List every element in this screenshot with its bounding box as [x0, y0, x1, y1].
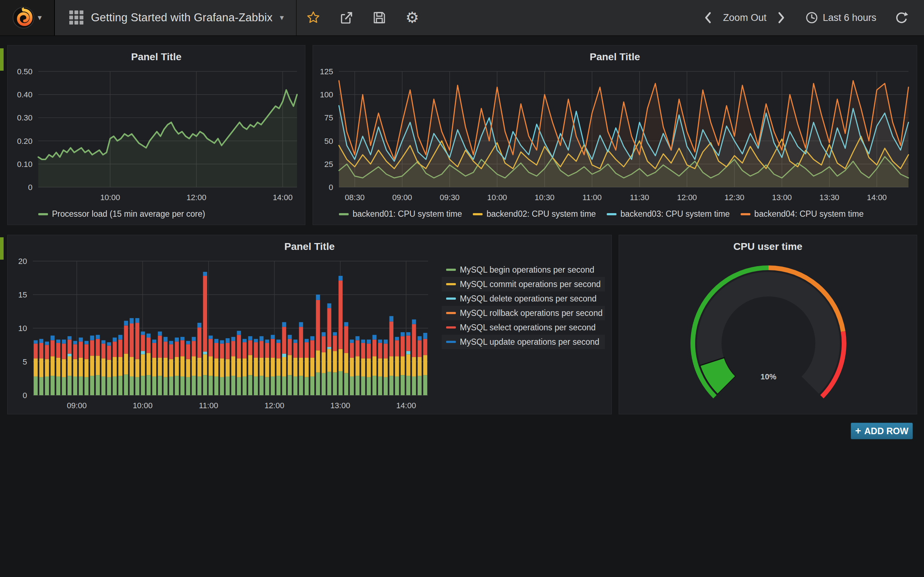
series-color-dash [741, 213, 750, 215]
svg-text:10: 10 [18, 324, 27, 333]
svg-text:0: 0 [28, 183, 32, 192]
share-button[interactable] [330, 0, 363, 35]
time-controls: Zoom Out Last 6 hours [701, 8, 924, 27]
legend-item[interactable]: MySQL update operations per second [442, 335, 605, 349]
svg-text:0.50: 0.50 [17, 67, 32, 76]
series-color-dash [446, 341, 456, 343]
add-row-label: ADD ROW [864, 426, 908, 436]
svg-text:0.20: 0.20 [17, 137, 32, 146]
dashboard-title-button[interactable]: Getting Started with Grafana-Zabbix ▾ [55, 0, 297, 35]
save-icon [373, 11, 386, 24]
refresh-button[interactable] [892, 8, 911, 27]
svg-text:11:30: 11:30 [630, 193, 649, 202]
svg-text:09:30: 09:30 [439, 193, 459, 202]
svg-text:09:00: 09:00 [67, 401, 87, 410]
svg-text:14:00: 14:00 [867, 193, 887, 202]
row-menu-handle[interactable] [0, 48, 3, 71]
panel-cpu-system-time: Panel Title 08:3009:0009:3010:0010:3011:… [313, 45, 917, 225]
svg-text:20: 20 [18, 257, 27, 266]
svg-text:25: 25 [325, 160, 333, 169]
svg-text:12:00: 12:00 [677, 193, 697, 202]
settings-button[interactable]: ⚙ [396, 0, 429, 35]
cpu-system-time-chart[interactable]: 08:3009:0009:3010:0010:3011:0011:3012:00… [313, 45, 917, 225]
grafana-logo-button[interactable]: ▾ [0, 0, 55, 35]
legend-item[interactable]: backend03: CPU system time [607, 209, 730, 219]
series-label: backend03: CPU system time [620, 209, 730, 219]
navbar: ▾ Getting Started with Grafana-Zabbix ▾ [0, 0, 924, 36]
series-color-dash [446, 283, 456, 285]
legend-item[interactable]: backend04: CPU system time [741, 209, 864, 219]
panel-title[interactable]: Panel Title [8, 51, 305, 63]
processor-load-chart[interactable]: 10:0012:0014:0000.100.200.300.400.50 [8, 45, 305, 225]
save-button[interactable] [363, 0, 396, 35]
series-color-dash [607, 213, 617, 215]
panel-title[interactable]: Panel Title [313, 51, 917, 63]
svg-text:12:00: 12:00 [187, 193, 207, 202]
time-shift-forward-button[interactable] [774, 8, 788, 27]
series-label: Processor load (15 min average per core) [52, 209, 205, 219]
clock-icon [805, 11, 818, 24]
legend-item[interactable]: backend02: CPU system time [473, 209, 596, 219]
svg-text:10:30: 10:30 [535, 193, 554, 202]
series-color-dash [38, 213, 48, 215]
zoom-out-label: Zoom Out [723, 12, 766, 23]
legend-item[interactable]: MySQL select operations per second [442, 320, 605, 335]
share-icon [340, 11, 353, 24]
add-row-button[interactable]: + ADD ROW [851, 423, 913, 439]
row-menu-handle[interactable] [0, 237, 3, 259]
series-label: backend02: CPU system time [486, 209, 596, 219]
time-shift-back-button[interactable] [701, 8, 715, 27]
panel-legend: backend01: CPU system timebackend02: CPU… [339, 209, 864, 219]
svg-text:11:00: 11:00 [199, 401, 218, 410]
svg-text:12:30: 12:30 [724, 193, 744, 202]
svg-text:13:00: 13:00 [772, 193, 792, 202]
grafana-logo-icon [12, 6, 35, 29]
plus-icon: + [855, 425, 861, 437]
svg-text:0.30: 0.30 [17, 113, 32, 122]
svg-text:10:00: 10:00 [133, 401, 153, 410]
svg-text:125: 125 [320, 67, 333, 76]
legend-item[interactable]: MySQL begin operations per second [442, 263, 605, 277]
series-label: MySQL delete operations per second [460, 294, 597, 304]
svg-text:13:30: 13:30 [819, 193, 839, 202]
star-button[interactable] [297, 0, 330, 35]
legend-item[interactable]: MySQL commit operations per second [442, 277, 605, 292]
legend-item[interactable]: backend01: CPU system time [339, 209, 462, 219]
svg-text:15: 15 [18, 290, 27, 299]
series-color-dash [446, 312, 456, 314]
panel-title[interactable]: Panel Title [8, 241, 611, 253]
time-range-picker[interactable]: Last 6 hours [802, 8, 879, 27]
caret-down-icon: ▾ [37, 14, 42, 22]
panel-title[interactable]: CPU user time [619, 241, 917, 253]
series-label: backend01: CPU system time [353, 209, 462, 219]
svg-text:09:00: 09:00 [393, 193, 412, 202]
caret-down-icon: ▾ [280, 14, 284, 22]
panel-mysql-operations: Panel Title 09:0010:0011:0012:0013:0014:… [7, 235, 612, 414]
zoom-out-button[interactable]: Zoom Out [720, 10, 769, 26]
panel-legend: Processor load (15 min average per core) [38, 209, 205, 219]
svg-text:12:00: 12:00 [265, 401, 284, 410]
svg-text:08:30: 08:30 [345, 193, 365, 202]
series-color-dash [339, 213, 349, 215]
series-label: MySQL update operations per second [460, 337, 599, 347]
chevron-left-icon [704, 11, 712, 24]
svg-text:10:00: 10:00 [487, 193, 507, 202]
time-range-label: Last 6 hours [822, 12, 876, 23]
dashboard-grid-icon [69, 10, 84, 25]
star-icon [307, 11, 320, 24]
series-color-dash [446, 326, 456, 329]
series-label: MySQL commit operations per second [460, 279, 601, 289]
svg-text:100: 100 [320, 90, 333, 99]
refresh-icon [895, 11, 908, 24]
svg-text:0.10: 0.10 [17, 160, 32, 169]
svg-text:0.40: 0.40 [17, 90, 32, 99]
panel-legend: MySQL begin operations per secondMySQL c… [442, 263, 605, 349]
chevron-right-icon [777, 11, 785, 24]
svg-text:50: 50 [325, 137, 333, 146]
legend-item[interactable]: Processor load (15 min average per core) [38, 209, 205, 219]
legend-item[interactable]: MySQL delete operations per second [442, 292, 605, 306]
dashboard-title: Getting Started with Grafana-Zabbix [91, 11, 273, 24]
svg-text:10%: 10% [761, 372, 776, 381]
svg-text:5: 5 [23, 357, 27, 366]
legend-item[interactable]: MySQL rollback operations per second [442, 306, 605, 320]
